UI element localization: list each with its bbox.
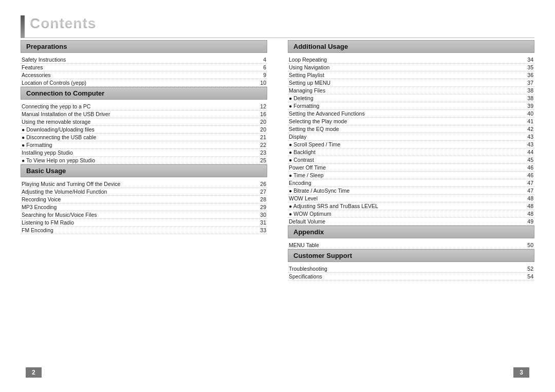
- toc-label: Display: [289, 134, 523, 140]
- toc-page: 34: [523, 57, 533, 63]
- toc-entry: ● Backlight44: [288, 148, 534, 156]
- toc-page: 43: [523, 141, 533, 147]
- toc-page: 33: [256, 227, 266, 233]
- toc-entry: Recording Voice28: [21, 196, 267, 203]
- toc-entry: ● To View Help on yepp Studio25: [21, 157, 267, 164]
- toc-page: 35: [523, 64, 533, 70]
- toc-page: 31: [256, 219, 266, 226]
- toc-entry: FM Encoding33: [21, 227, 267, 234]
- page-num-right: 3: [513, 367, 529, 378]
- toc-page: 49: [523, 218, 533, 225]
- toc-entry: Specifications54: [288, 273, 534, 281]
- toc-entry: Setting the EQ mode42: [288, 125, 534, 133]
- toc-entry: Power Off Time46: [288, 164, 534, 172]
- toc-label: Loop Repeating: [289, 57, 523, 63]
- toc-page: 50: [523, 242, 533, 248]
- toc-entry: Safety Instructions4: [21, 56, 267, 64]
- toc-entry: Setting the Advanced Functions40: [288, 110, 534, 118]
- toc-entry: Display43: [288, 133, 534, 141]
- toc-page: 44: [523, 149, 533, 155]
- toc-entry: MP3 Encoding29: [21, 203, 267, 211]
- toc-page: 20: [256, 126, 266, 133]
- toc-label: Power Off Time: [289, 164, 523, 171]
- toc-label: ● Formatting: [289, 103, 523, 109]
- toc-entry: Managing Files38: [288, 87, 534, 95]
- toc-page: 26: [256, 181, 266, 187]
- toc-label: ● To View Help on yepp Studio: [22, 157, 256, 163]
- toc-entry: ● WOW Optimum48: [288, 210, 534, 218]
- toc-page: 43: [523, 134, 533, 140]
- toc-label: MP3 Encoding: [22, 204, 256, 210]
- toc-label: Features: [22, 64, 256, 70]
- section-basic: Basic UsagePlaying Music and Turning Off…: [21, 164, 267, 234]
- toc-entry: MENU Table50: [288, 241, 534, 249]
- toc-label: Setting the Advanced Functions: [289, 110, 523, 117]
- toc-page: 29: [256, 204, 266, 210]
- toc-label: Troubleshooting: [289, 266, 523, 272]
- toc-label: ● Formatting: [22, 142, 256, 148]
- toc-page: 46: [523, 164, 533, 171]
- toc-label: Using the removable storage: [22, 119, 256, 125]
- section-header-customer: Customer Support: [288, 249, 534, 262]
- toc-entry: Setting Playlist36: [288, 71, 534, 79]
- toc-entry: Adjusting the Volume/Hold Function27: [21, 188, 267, 196]
- toc-page: 48: [523, 203, 533, 209]
- toc-page: 41: [523, 118, 533, 124]
- page-title: Contents: [25, 15, 96, 31]
- toc-page: 38: [523, 87, 533, 94]
- toc-page: 48: [523, 195, 533, 201]
- toc-page: 25: [256, 157, 266, 163]
- toc-label: ● Bitrate / AutoSync Time: [289, 188, 523, 194]
- toc-entry: Accessories9: [21, 71, 267, 79]
- toc-entry: ● Scroll Speed / Time43: [288, 141, 534, 148]
- toc-label: Adjusting the Volume/Hold Function: [22, 189, 256, 195]
- toc-label: Searching for Music/Voice Files: [22, 212, 256, 218]
- toc-label: ● Time / Sleep: [289, 172, 523, 178]
- toc-entry: ● Disconnecting the USB cable21: [21, 134, 267, 141]
- left-column: PreparationsSafety Instructions4Features…: [21, 40, 267, 281]
- section-header-appendix: Appendix: [288, 226, 534, 238]
- toc-entry: Searching for Music/Voice Files30: [21, 211, 267, 219]
- toc-page: 12: [256, 103, 266, 109]
- toc-page: 22: [256, 142, 266, 148]
- toc-entry: ● Downloading/Uploading files20: [21, 126, 267, 134]
- toc-entry: ● Deleting38: [288, 95, 534, 102]
- toc-page: 52: [523, 266, 533, 272]
- section-additional: Additional UsageLoop Repeating34Using Na…: [288, 40, 534, 226]
- toc-entry: ● Adjusting SRS and TruBass LEVEL48: [288, 202, 534, 210]
- toc-page: 48: [523, 211, 533, 217]
- toc-page: 42: [523, 126, 533, 132]
- toc-page: 27: [256, 189, 266, 195]
- toc-label: ● Backlight: [289, 149, 523, 155]
- toc-label: ● WOW Optimum: [289, 211, 523, 217]
- toc-page: 46: [523, 172, 533, 178]
- toc-page: 23: [256, 150, 266, 156]
- toc-page: 28: [256, 196, 266, 202]
- toc-label: Playing Music and Turning Off the Device: [22, 181, 256, 187]
- toc-label: Setting up MENU: [289, 80, 523, 86]
- toc-entry: Features6: [21, 64, 267, 71]
- toc-label: Specifications: [289, 273, 523, 279]
- section-preparations: PreparationsSafety Instructions4Features…: [21, 40, 267, 87]
- toc-page: 40: [523, 110, 533, 117]
- toc-label: ● Adjusting SRS and TruBass LEVEL: [289, 203, 523, 209]
- section-header-additional: Additional Usage: [288, 40, 534, 53]
- toc-page: 38: [523, 95, 533, 101]
- toc-entry: Connecting the yepp to a PC12: [21, 103, 267, 110]
- toc-page: 20: [256, 119, 266, 125]
- toc-label: Managing Files: [289, 87, 523, 94]
- toc-label: Selecting the Play mode: [289, 118, 523, 124]
- toc-label: FM Encoding: [22, 227, 256, 233]
- toc-entry: Troubleshooting52: [288, 265, 534, 273]
- toc-page: 10: [256, 80, 266, 86]
- toc-entry: Installing yepp Studio23: [21, 149, 267, 157]
- page-wrapper: Contents PreparationsSafety Instructions…: [0, 0, 555, 392]
- toc-entry: Default Volume49: [288, 218, 534, 226]
- toc-entry: ● Bitrate / AutoSync Time47: [288, 187, 534, 195]
- toc-label: Safety Instructions: [22, 57, 256, 63]
- toc-label: Setting Playlist: [289, 72, 523, 78]
- toc-entry: Listening to FM Radio31: [21, 219, 267, 227]
- toc-page: 47: [523, 188, 533, 194]
- toc-entry: Loop Repeating34: [288, 56, 534, 64]
- toc-label: Recording Voice: [22, 196, 256, 202]
